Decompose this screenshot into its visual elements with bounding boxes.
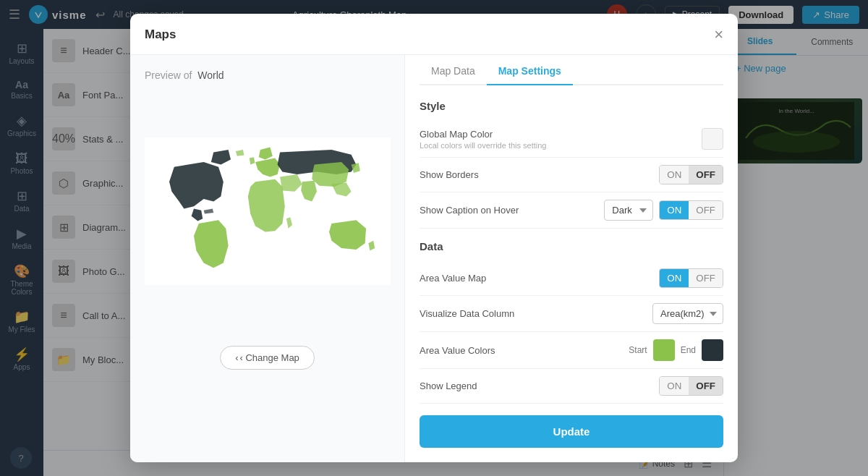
- show-legend-on-button[interactable]: ON: [660, 377, 689, 395]
- visualize-column-row: Visualize Data Column Area(km2) Populati…: [420, 296, 723, 332]
- show-legend-row: Show Legend ON OFF: [420, 369, 723, 404]
- update-button[interactable]: Update: [420, 415, 723, 448]
- global-color-swatch[interactable]: [702, 128, 723, 150]
- area-value-map-label: Area Value Map: [420, 273, 486, 284]
- show-borders-label: Show Borders: [420, 169, 479, 180]
- global-color-label: Global Map Color: [420, 129, 546, 140]
- style-section: Style Global Map Color Local colors will…: [420, 100, 723, 229]
- modal-header: Maps ×: [130, 14, 738, 55]
- world-map-svg: [145, 88, 391, 334]
- start-color-swatch[interactable]: [653, 339, 675, 361]
- show-legend-label: Show Legend: [420, 381, 477, 391]
- chevron-left-icon: ‹: [235, 352, 238, 363]
- tab-map-data[interactable]: Map Data: [420, 58, 487, 85]
- visualize-column-select[interactable]: Area(km2) Population GDP: [652, 303, 723, 324]
- show-caption-select[interactable]: Dark Light None: [604, 200, 653, 221]
- modal-title: Maps: [145, 27, 176, 42]
- modal-close-button[interactable]: ×: [714, 25, 723, 44]
- change-map-button[interactable]: ‹ ‹ Change Map: [220, 346, 315, 370]
- show-legend-toggle: ON OFF: [659, 376, 723, 396]
- area-value-map-on-button[interactable]: ON: [660, 269, 689, 287]
- style-section-title: Style: [420, 100, 723, 112]
- show-caption-label: Show Caption on Hover: [420, 205, 519, 216]
- show-borders-off-button[interactable]: OFF: [689, 166, 723, 184]
- modal-overlay: Maps × Preview of World: [0, 0, 868, 476]
- show-borders-on-button[interactable]: ON: [660, 166, 689, 184]
- show-borders-row: Show Borders ON OFF: [420, 158, 723, 192]
- data-section: Data Area Value Map ON OFF Visualize Dat…: [420, 240, 723, 404]
- show-borders-toggle: ON OFF: [659, 165, 723, 184]
- modal-body: Preview of World: [130, 55, 738, 462]
- maps-modal: Maps × Preview of World: [130, 14, 738, 462]
- end-color-swatch[interactable]: [702, 339, 723, 361]
- settings-panel: Map Data Map Settings Style Global Map C…: [405, 55, 738, 462]
- visualize-column-label: Visualize Data Column: [420, 308, 514, 319]
- show-legend-off-button[interactable]: OFF: [689, 377, 723, 395]
- area-value-map-row: Area Value Map ON OFF: [420, 261, 723, 296]
- area-value-map-toggle: ON OFF: [659, 268, 723, 288]
- data-section-title: Data: [420, 240, 723, 252]
- map-preview-panel: Preview of World: [130, 55, 405, 462]
- area-value-map-off-button[interactable]: OFF: [689, 269, 723, 287]
- area-colors-row: Area Value Colors Start End: [420, 332, 723, 369]
- show-caption-toggle: ON OFF: [659, 200, 723, 220]
- global-color-row: Global Map Color Local colors will overr…: [420, 121, 723, 158]
- show-caption-off-button[interactable]: OFF: [689, 201, 723, 219]
- end-label: End: [681, 345, 696, 355]
- start-label: Start: [629, 345, 647, 355]
- modal-tabs: Map Data Map Settings: [420, 55, 723, 85]
- show-caption-on-button[interactable]: ON: [660, 201, 689, 219]
- area-colors-label: Area Value Colors: [420, 345, 495, 356]
- global-color-sublabel: Local colors will override this setting: [420, 141, 546, 150]
- show-caption-row: Show Caption on Hover Dark Light None ON…: [420, 192, 723, 229]
- preview-label: Preview of World: [145, 69, 224, 81]
- tab-map-settings[interactable]: Map Settings: [487, 58, 573, 85]
